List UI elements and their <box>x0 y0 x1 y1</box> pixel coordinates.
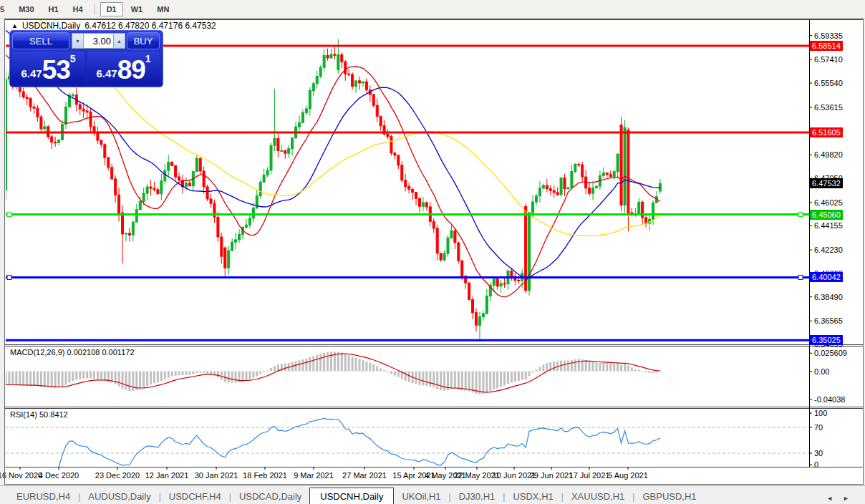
volume-increase-button[interactable]: ▲ <box>113 33 125 49</box>
chart-ohlc-values: 6.47612 6.47820 6.47176 6.47532 <box>84 21 216 31</box>
current-price-badge: 6.47532 <box>810 178 843 188</box>
buy-price-sup: 1 <box>145 53 151 64</box>
macd-value-signal: 0.001172 <box>102 348 134 357</box>
rsi-indicator-label: RSI(14) 50.8412 <box>10 410 68 419</box>
buy-price-big: 89 <box>117 58 145 82</box>
timeframe-button-w1[interactable]: W1 <box>125 2 150 16</box>
chart-symbol-icon: ▲ <box>11 23 18 29</box>
date-axis-label: 18 Feb 2021 <box>243 471 287 480</box>
level-price-badge: 6.51605 <box>810 127 843 137</box>
rsi-value: 50.8412 <box>39 410 68 419</box>
tab-scroll-controls: ◄► <box>826 495 865 504</box>
sell-price-display[interactable]: 6.47 53 5 <box>12 52 84 84</box>
chart-tab-bar: EURUSD,H4|AUDUSD,Daily|USDCHF,H4|USDCAD,… <box>0 485 865 504</box>
volume-stepper: ▼ ▲ <box>72 33 125 49</box>
chart-title: ▲ USDCNH,Daily 6.47612 6.47820 6.47176 6… <box>11 21 216 31</box>
date-axis-label: 23 Dec 2020 <box>95 471 140 480</box>
chart-window <box>4 19 864 485</box>
buy-price-small: 6.47 <box>96 67 117 79</box>
timeframe-button-d1[interactable]: D1 <box>100 2 123 16</box>
chart-tab-dj30[interactable]: DJ30,H1 <box>451 489 503 504</box>
one-click-trading-panel: SELL ▼ ▲ BUY 6.47 53 5 6.47 89 1 <box>9 30 163 87</box>
sell-price-small: 6.47 <box>21 67 42 79</box>
chart-tab-usdcnh[interactable]: USDCNH,Daily <box>309 488 394 504</box>
buy-button[interactable]: BUY <box>127 32 160 49</box>
timeframe-toolbar: 5M30H1H4D1W1MN <box>0 0 865 19</box>
chart-symbol-label: USDCNH,Daily <box>22 21 80 31</box>
chart-tab-gbpusd[interactable]: GBPUSD,H1 <box>634 489 704 504</box>
mt4-application: 5M30H1H4D1W1MN 6.593356.574106.555406.53… <box>0 0 865 504</box>
macd-value-main: 0.002108 <box>67 348 100 357</box>
chart-tab-usdchf[interactable]: USDCHF,H4 <box>161 489 229 504</box>
rsi-name: RSI(14) <box>10 410 37 419</box>
sell-price-big: 53 <box>42 58 70 82</box>
chart-tab-eurusd[interactable]: EURUSD,H4 <box>9 489 78 504</box>
level-price-badge: 6.58514 <box>810 41 843 51</box>
chart-tab-usdcad[interactable]: USDCAD,Daily <box>231 489 309 504</box>
chart-tab-ukoil[interactable]: UKOil,H1 <box>394 489 448 504</box>
date-axis-label: 29 Jun 2021 <box>530 471 574 480</box>
volume-input[interactable] <box>84 33 113 49</box>
date-axis-label: 9 Mar 2021 <box>294 471 334 480</box>
macd-indicator-label: MACD(12,26,9) 0.002108 0.001172 <box>10 348 135 357</box>
date-axis-label: 16 Nov 2020 <box>0 471 42 480</box>
toolbar-separator <box>95 4 95 15</box>
tab-scroll-left-icon[interactable]: ◄ <box>826 495 833 502</box>
timeframe-button-h1[interactable]: H1 <box>42 2 65 16</box>
date-axis-label: 17 Jul 2021 <box>569 471 610 480</box>
date-axis-label: 12 Jan 2021 <box>145 471 189 480</box>
date-axis-label: 27 Mar 2021 <box>342 471 387 480</box>
trade-panel-top-row: SELL ▼ ▲ BUY <box>10 31 163 51</box>
chart-tab-xauusd[interactable]: XAUUSD,H1 <box>564 489 632 504</box>
volume-decrease-button[interactable]: ▼ <box>72 33 84 49</box>
timeframe-button-5[interactable]: 5 <box>0 2 11 16</box>
sell-button[interactable]: SELL <box>12 32 69 49</box>
timeframe-button-h4[interactable]: H4 <box>67 2 90 16</box>
level-price-badge: 6.40042 <box>810 272 843 282</box>
date-axis-label: 4 Dec 2020 <box>39 471 79 480</box>
date-axis-label: 5 Aug 2021 <box>608 471 648 480</box>
buy-price-display[interactable]: 6.47 89 1 <box>87 52 160 84</box>
chart-tab-audusd[interactable]: AUDUSD,Daily <box>80 489 158 504</box>
tab-scroll-right-icon[interactable]: ► <box>843 495 849 502</box>
level-price-badge: 6.35025 <box>810 335 843 345</box>
level-price-badge: 6.45060 <box>810 210 843 220</box>
timeframe-button-m30[interactable]: M30 <box>12 2 40 16</box>
chart-tab-usdx[interactable]: USDX,H1 <box>505 489 561 504</box>
macd-name: MACD(12,26,9) <box>10 348 64 357</box>
timeframe-button-mn[interactable]: MN <box>150 2 175 16</box>
date-axis-label: 30 Jan 2021 <box>195 471 238 480</box>
sell-price-sup: 5 <box>70 53 76 64</box>
